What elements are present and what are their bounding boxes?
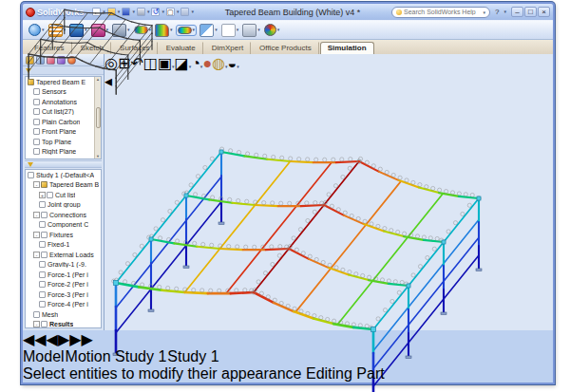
study-tree-item[interactable]: Study 1 (-Default<A <box>26 170 101 180</box>
minimize-button[interactable]: – <box>511 7 523 17</box>
dropdown-caret-icon[interactable]: ▾ <box>177 9 180 14</box>
help-caret-icon[interactable]: ▾ <box>504 9 506 14</box>
feature-tree-item[interactable]: Annotations <box>26 97 101 107</box>
feature-tree-item[interactable]: Cut list(27) <box>26 107 101 118</box>
feature-tree-item[interactable]: Right Plane <box>26 147 101 158</box>
status-bar: Select entities to modify their appearan… <box>23 365 553 383</box>
tab-dimxpert[interactable]: DimXpert <box>204 42 251 54</box>
dropdown-caret-icon[interactable]: ▾ <box>215 28 218 32</box>
tab-nav-buttons: ◀◀◀▶▶▶ <box>23 331 93 347</box>
dropdown-caret-icon[interactable]: ▾ <box>191 9 194 14</box>
tree-item-label: Tapered Beam B <box>49 181 99 188</box>
document-title: Tapered Beam Building (White) v4 * <box>197 8 389 17</box>
display-style-icon[interactable]: ◪▾ <box>175 55 192 71</box>
search-input[interactable] <box>404 9 481 15</box>
joints-icon <box>39 201 46 208</box>
edit-appearance-icon[interactable]: ● <box>202 55 212 71</box>
view-orientation-icon[interactable]: ▣▾ <box>158 55 175 71</box>
scroll-thumb[interactable] <box>96 107 101 128</box>
study-tree-item[interactable]: Force-3 (Per i <box>26 289 101 300</box>
study-tree-item[interactable]: Force-1 (Per i <box>26 270 101 280</box>
material-icon <box>33 119 40 125</box>
hide-show-items-icon[interactable]: ◔▾ <box>191 55 202 71</box>
tree-toggle-icon[interactable]: - <box>33 212 40 218</box>
graphics-viewport[interactable]: ◎⊞↶◫▣▾◪▾◔▾●◍▾◒▾ ◂ <box>104 54 552 330</box>
document-tab-study-1[interactable]: Study 1 <box>167 348 218 365</box>
dropdown-caret-icon[interactable]: ▾ <box>162 9 164 14</box>
tree-toggle-icon[interactable]: + <box>39 192 46 198</box>
study-tree-item[interactable]: Joint group <box>26 200 101 211</box>
view-settings-icon[interactable]: ◒▾ <box>228 55 239 71</box>
apply-scene-icon[interactable]: ◍▾ <box>212 55 227 71</box>
tree-toggle-icon[interactable]: - <box>33 252 40 258</box>
document-tab-label: Study 1 <box>167 348 218 364</box>
select-icon[interactable]: ▢ <box>166 8 175 16</box>
plot-results-button[interactable]: ▾ <box>177 26 197 35</box>
study-tree-item[interactable]: Gravity-1 (-9. <box>26 260 101 271</box>
offloaded-simulation-button[interactable]: ▾ <box>264 24 280 36</box>
feature-tree-item[interactable]: Top Plane <box>26 137 101 147</box>
tab-simulation[interactable]: Simulation <box>320 42 374 54</box>
study-tree-item[interactable]: Fixed-1 <box>26 240 101 251</box>
study-tree-item[interactable]: Force-4 (Per i <box>26 300 101 310</box>
tab-next-icon[interactable]: ▶ <box>58 331 69 347</box>
tab-evaluate[interactable]: Evaluate <box>159 42 203 54</box>
study-tree-item[interactable]: Component C <box>26 220 101 231</box>
tree-item-label: Joint group <box>48 201 81 208</box>
search-caret-icon[interactable]: ▾ <box>484 9 486 15</box>
dropdown-caret-icon[interactable]: ▾ <box>277 28 280 32</box>
study-tree-item[interactable]: Force-2 (Per i <box>26 280 101 290</box>
main-content: Tapered Beam ESensorsAnnotationsCut list… <box>23 54 553 330</box>
feature-tree-item[interactable]: Front Plane <box>26 127 101 138</box>
tab-first-icon[interactable]: ◀◀ <box>23 331 47 347</box>
tree-item-label: Annotations <box>42 99 77 105</box>
document-tab-model[interactable]: Model <box>23 348 65 365</box>
options-icon[interactable] <box>180 8 189 16</box>
wireframe-model <box>23 4 156 96</box>
force-icon <box>39 271 46 278</box>
cutlist-icon <box>33 108 40 115</box>
tab-last-icon[interactable]: ▶▶ <box>69 331 93 347</box>
window-controls: – □ × <box>511 7 550 17</box>
report-button[interactable]: ▾ <box>221 24 239 37</box>
tab-office-products[interactable]: Office Products <box>252 42 319 54</box>
document-tab-label: Model <box>23 348 65 364</box>
design-insight-button[interactable]: ▾ <box>242 24 260 37</box>
study-tree-item[interactable]: +Cut list <box>26 190 101 200</box>
study-tree-item[interactable]: Mesh <box>26 309 101 320</box>
results-advisor-button[interactable]: ▾ <box>155 24 173 37</box>
study-tree-item[interactable]: -Tapered Beam B <box>26 180 101 191</box>
feature-tree-item[interactable]: Plain Carbon <box>26 117 101 127</box>
study-tree-item[interactable]: -Fixtures <box>26 230 101 240</box>
apply-scene-icon: ◍ <box>212 55 225 71</box>
tree-item-label: Cut list <box>55 192 75 198</box>
study-tree-item[interactable]: -Results <box>26 320 101 329</box>
tree-toggle-icon[interactable]: - <box>33 181 40 188</box>
offloaded-simulation-icon <box>264 24 276 36</box>
tree-item-label: Top Plane <box>42 139 71 145</box>
tree-toggle-icon[interactable]: - <box>33 232 40 238</box>
search-box[interactable]: ▾ <box>391 7 490 18</box>
panel-collapse-tab[interactable]: ◂ <box>104 72 552 90</box>
dropdown-caret-icon[interactable]: ▾ <box>170 28 173 32</box>
tree-item-label: Results <box>49 321 73 327</box>
document-tab-motion-study-1[interactable]: Motion Study 1 <box>66 348 167 365</box>
dropdown-caret-icon[interactable]: ▾ <box>237 28 239 32</box>
maximize-button[interactable]: □ <box>524 7 537 17</box>
tab-prev-icon[interactable]: ◀ <box>47 331 58 347</box>
dropdown-caret-icon[interactable]: ▾ <box>237 64 239 69</box>
tree-toggle-icon[interactable]: - <box>33 321 40 327</box>
study-tree-item[interactable]: -External Loads <box>26 250 101 260</box>
study-tree-item[interactable]: -Connections <box>26 210 101 220</box>
dropdown-caret-icon[interactable]: ▾ <box>257 28 260 32</box>
panel-splitter[interactable] <box>25 160 102 168</box>
help-button[interactable]: ? <box>493 8 501 16</box>
tree-item-label: Right Plane <box>42 148 76 155</box>
compare-results-button[interactable]: ▾ <box>200 24 218 37</box>
close-button[interactable]: × <box>538 7 550 17</box>
fixtures-icon <box>41 232 48 238</box>
dropdown-caret-icon[interactable]: ▾ <box>193 28 196 32</box>
search-flashlight-icon <box>396 9 402 15</box>
scroll-down-icon[interactable]: ▼ <box>96 154 100 159</box>
design-insight-icon <box>242 24 256 37</box>
